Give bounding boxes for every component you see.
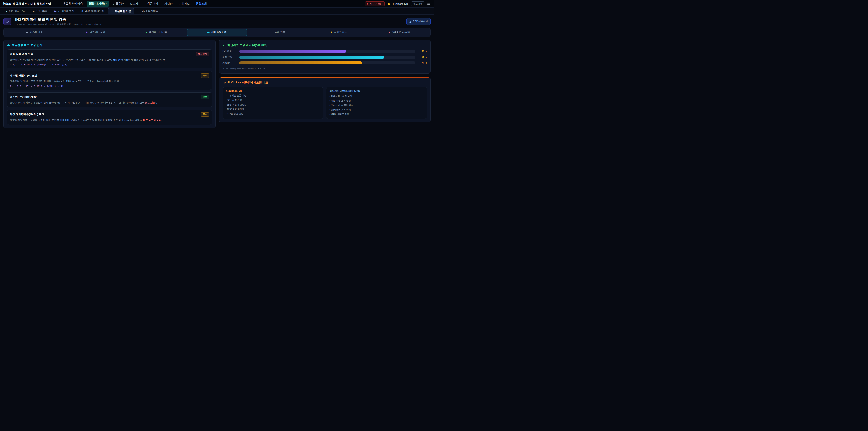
pdf-export-button[interactable]: PDF 내보내기	[406, 18, 431, 25]
list-item: 가우시안 + 해양 보정	[329, 95, 424, 98]
list-item: 해안 지형 효과 반영	[329, 99, 424, 102]
comparison-panel-title: ALOHA vs 이문진박사모델 비교	[223, 81, 427, 85]
user-name: Eunjeong Kim	[393, 2, 409, 5]
correction-card-sst-effect: 해수면 온도(SST) 영향 보조 해수면 온도가 기온보다 높으면 열적 불안…	[7, 92, 212, 107]
section-tab-realtime-comparison[interactable]: 실시간 비교	[309, 29, 369, 36]
section-tab-bar: 시스템 개요 가우시안 모델 물질별 시나리오 해양환경 보정 모델 검증 실시…	[3, 28, 431, 37]
right-column: 확산계수 보정 비교 (σy at 1km) P-G 원형 68 m 해양 보정…	[219, 39, 431, 123]
panel-title-text: 확산계수 보정 비교 (σy at 1km)	[227, 43, 268, 47]
card-description: 해수면은 육상 대비 표면 거칠기가 매우 낮음 (z₀ ≈ 0.0002 m …	[10, 79, 209, 83]
section-tab-label: 가우시안 모델	[90, 31, 105, 34]
bar-track	[239, 50, 416, 53]
lightning-icon	[330, 31, 333, 34]
page-subtitle: WRF-Chem · Gaussian Plume/Puff · ROMS · …	[13, 23, 102, 26]
card-badge: 보조	[201, 95, 209, 99]
subtab-analysis-list[interactable]: 분석 목록	[29, 8, 51, 14]
menu-item-emergency-rescue[interactable]: 긴급구난	[110, 1, 126, 7]
logout-button[interactable]: 로그아웃	[411, 1, 424, 6]
menu-item-hns-atmospheric[interactable]: HNS·대기확산	[87, 1, 109, 7]
list-item: 표면 거칠기 고정값	[226, 103, 320, 106]
section-tab-label: 시스템 개요	[30, 31, 43, 34]
card-formula: θ(t) = θ₀ + Δθ · sigmoid((t - t_shift)/τ…	[10, 63, 209, 66]
hamburger-menu-icon[interactable]	[427, 2, 431, 6]
cloud-icon	[207, 31, 210, 34]
card-description: 해안에서는 주간(해풍)·야간(육풍) 풍향 전환 발생. 기존 가우시안 모델…	[10, 58, 209, 62]
pencil-icon	[5, 10, 8, 13]
subtab-label: 확산모델 이론	[115, 10, 131, 13]
cloud-icon	[7, 43, 10, 47]
section-tab-model-validation[interactable]: 모델 검증	[248, 29, 308, 36]
gauge-icon	[26, 31, 28, 34]
subtab-hns-substance-info[interactable]: HNS 물질정보	[135, 8, 161, 14]
model-chart-icon	[5, 20, 9, 24]
menu-item-board[interactable]: 게시판	[162, 1, 175, 7]
section-tab-label: WRF-Chem발전	[393, 31, 411, 34]
menu-item-weather[interactable]: 기상정보	[176, 1, 192, 7]
bar-row-marine: 해양 보정 92 m	[223, 56, 427, 59]
brand-home-link[interactable]: Wing 해양환경 위기대응 통합시스템	[3, 2, 51, 6]
gaussian-dot-icon	[86, 31, 88, 34]
list-item: Charnock z₀ 동적 계산	[329, 104, 424, 107]
incident-status-badge[interactable]: 사고 진행중	[365, 1, 384, 6]
menu-item-integrated-search[interactable]: 통합조회	[193, 1, 209, 7]
bar-track	[239, 56, 416, 59]
section-tab-gaussian-model[interactable]: 가우시안 모델	[65, 29, 125, 36]
main-content: 해양환경 특수 보정 인자 해풍·육풍 순환 보정 핵심 인자 해안에서는 주간…	[0, 39, 434, 133]
bar-fill-pg	[239, 50, 346, 53]
incident-dot-icon	[367, 3, 368, 4]
leemoonjin-model-header: 이문진박사모델 (해양 보정)	[329, 90, 424, 93]
leemoonjin-model-box: 이문진박사모델 (해양 보정) 가우시안 + 해양 보정 해안 지형 효과 반영…	[326, 87, 427, 119]
menu-item-reports[interactable]: 보고자료	[127, 1, 143, 7]
marine-correction-panel: 해양환경 특수 보정 인자 해풍·육풍 순환 보정 핵심 인자 해안에서는 주간…	[3, 39, 216, 128]
sub-navigation: 대기확산 분석 분석 목록 시나리오 관리 HNS 대응매뉴얼 확산모델 이론 …	[0, 8, 434, 15]
bar-value: 78 m	[418, 62, 427, 64]
subtab-diffusion-analysis[interactable]: 대기확산 분석	[2, 8, 29, 14]
bar-value: 68 m	[418, 50, 427, 53]
card-badge: 중요	[201, 112, 209, 117]
section-tab-wrf-chem[interactable]: WRF-Chem발전	[370, 29, 430, 36]
app-root: Wing 해양환경 위기대응 통합시스템 유출유 확산예측 HNS·대기확산 긴…	[0, 0, 434, 133]
leemoonjin-feature-list: 가우시안 + 해양 보정 해안 지형 효과 반영 Charnock z₀ 동적 …	[329, 95, 424, 116]
main-menu: 유출유 확산예측 HNS·대기확산 긴급구난 보고자료 항공탐색 게시판 기상정…	[61, 1, 210, 7]
card-description: 해양 대기경계층은 육상과 구조가 상이. 혼합고 300~800 m(육상 1…	[10, 118, 209, 122]
list-item: 1차원 풍향 고정	[226, 112, 320, 115]
subtab-label: HNS 대응매뉴얼	[85, 10, 104, 13]
menu-item-oil-spill-forecast[interactable]: 유출유 확산예측	[61, 1, 85, 7]
correction-card-surface-roughness: 해수면 거칠기 (z₀) 보정 중요 해수면은 육상 대비 표면 거칠기가 매우…	[7, 71, 212, 90]
list-item: 해풍/육풍 전환 반영	[329, 108, 424, 112]
incident-badge-label: 사고 진행중	[370, 2, 382, 5]
section-tab-substance-scenarios[interactable]: 물질별 시나리오	[126, 29, 186, 36]
bell-icon[interactable]	[388, 2, 391, 5]
aloha-feature-list: 가우시안 플룸 기반 평탄 지형 가정 표면 거칠기 고정값 해양 특성 미반영…	[226, 94, 320, 115]
book-icon	[81, 10, 84, 13]
bar-chart-icon	[223, 43, 225, 47]
list-item: 해양 특성 미반영	[226, 107, 320, 111]
bar-fill-aloha	[239, 61, 362, 64]
correction-card-sea-land-breeze: 해풍·육풍 순환 보정 핵심 인자 해안에서는 주간(해풍)·야간(육풍) 풍향…	[7, 50, 212, 68]
section-tab-system-overview[interactable]: 시스템 개요	[4, 29, 64, 36]
subtab-label: HNS 물질정보	[142, 10, 158, 13]
subtab-diffusion-model-theory[interactable]: 확산모델 이론	[108, 8, 134, 14]
subtab-scenario-management[interactable]: 시나리오 관리	[51, 8, 77, 14]
page-title: HNS 대기확산 모델 이론 및 검증	[13, 17, 102, 22]
subtab-hns-response-manual[interactable]: HNS 대응매뉴얼	[78, 8, 107, 14]
section-tab-marine-correction[interactable]: 해양환경 보정	[187, 29, 247, 36]
correction-card-mabl-structure: 해상 대기경계층(MABL) 구조 중요 해양 대기경계층은 육상과 구조가 상…	[7, 110, 212, 125]
section-tab-label: 해양환경 보정	[211, 31, 227, 34]
scale-icon	[223, 81, 225, 84]
bar-label: ALOHA	[223, 62, 237, 64]
trend-chart-icon	[111, 10, 114, 13]
panel-title-text: 해양환경 특수 보정 인자	[12, 43, 42, 47]
menu-item-aerial-search[interactable]: 항공탐색	[145, 1, 160, 7]
bar-row-aloha: ALOHA 78 m	[223, 61, 427, 64]
bar-value: 92 m	[418, 56, 427, 59]
marine-correction-panel-title: 해양환경 특수 보정 인자	[7, 43, 212, 47]
subtab-label: 분석 목록	[36, 10, 47, 13]
rocket-icon	[389, 31, 391, 34]
check-icon	[271, 31, 273, 34]
list-item: MABL 혼합고 가변	[329, 113, 424, 116]
card-badge: 핵심 인자	[196, 52, 209, 56]
panel-title-text: ALOHA vs 이문진박사모델 비교	[227, 81, 268, 85]
page-header: HNS 대기확산 모델 이론 및 검증 WRF-Chem · Gaussian …	[0, 15, 434, 28]
section-tab-label: 실시간 비교	[334, 31, 347, 34]
